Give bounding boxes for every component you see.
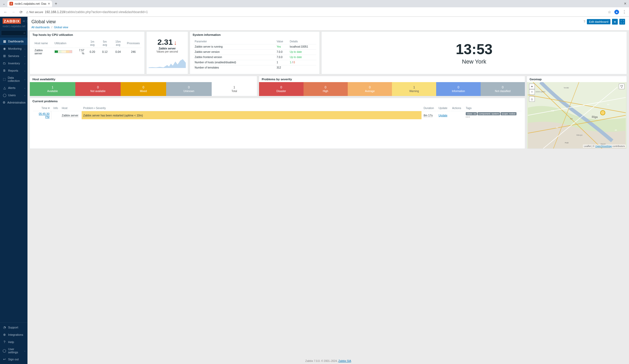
main-content: Global view ? Edit dashboard ≡ ⛶ All das…: [27, 17, 629, 364]
sidebar-search[interactable]: ⌕: [1, 30, 26, 36]
table-row: 05:45:30 PM Zabbix server Zabbix server …: [33, 111, 522, 119]
page-title: Global view: [31, 19, 56, 25]
more-icon[interactable]: •••: [466, 115, 470, 118]
severity-tile[interactable]: 0Average: [348, 82, 392, 96]
nav-icon: ◔: [3, 326, 6, 329]
zabbix-logo[interactable]: ZABBIX: [3, 18, 21, 24]
close-icon[interactable]: ×: [48, 2, 50, 6]
geomap-canvas[interactable]: Rīga dobes parks Vecāķi Mārupe Baloži A9…: [527, 82, 627, 149]
severity-tile[interactable]: 0Disaster: [259, 82, 303, 96]
new-tab-button[interactable]: +: [55, 1, 57, 6]
sidebar-item-integrations[interactable]: ⊕Integrations: [0, 331, 27, 338]
list-icon[interactable]: ≡: [612, 19, 618, 25]
zoom-out-button[interactable]: −: [529, 89, 535, 95]
chevron-down-icon: ⌄: [24, 87, 26, 89]
fullscreen-icon[interactable]: ⛶: [619, 19, 625, 25]
svg-text:A4: A4: [607, 104, 609, 105]
chevron-down-icon: ⌄: [24, 62, 26, 65]
severity-tile[interactable]: 0Information: [436, 82, 480, 96]
sidebar-item-administration[interactable]: ⚙Administration⌄: [0, 99, 27, 106]
svg-text:Rīga: Rīga: [592, 115, 598, 118]
severity-tile[interactable]: 0Not available: [75, 82, 121, 96]
severity-tile[interactable]: 1Total: [212, 82, 257, 96]
severity-tile[interactable]: 1Warning: [392, 82, 436, 96]
breadcrumb-current[interactable]: Global view: [54, 26, 68, 29]
sidebar-item-sign-out[interactable]: ↩Sign out: [0, 356, 27, 363]
sidebar-item-help[interactable]: ?Help: [0, 338, 27, 346]
nav-icon: ⬚: [3, 77, 6, 81]
severity-tile[interactable]: 1Available: [30, 82, 75, 96]
sidebar-item-data-collection[interactable]: ⬚Data collection⌄: [0, 74, 27, 84]
profile-icon[interactable]: ▲: [614, 10, 619, 14]
window-close-icon[interactable]: ×: [624, 1, 626, 6]
sidebar: ZABBIX ≪ ◫ node1.naijalabs.net ⌕ ▦Dashbo…: [0, 17, 27, 364]
bookmark-icon[interactable]: ☆: [608, 10, 611, 14]
nav-icon: ⚙: [3, 101, 5, 104]
svg-text:P132: P132: [565, 142, 569, 144]
browser-tab[interactable]: Z node1.naijalabs.net: Das ×: [7, 1, 52, 7]
dashboard-grid: Top hosts by CPU utilization Host nameUt…: [27, 31, 629, 358]
widget-current-problems: Current problems Time ▾InfoHostProblem •…: [30, 98, 525, 149]
widget-host-availability: Host availability 1Available0Not availab…: [30, 76, 257, 96]
sidebar-item-users[interactable]: ◯Users⌄: [0, 92, 27, 99]
sidebar-item-inventory[interactable]: 🗀Inventory⌄: [0, 60, 27, 67]
system-info-table: ParameterValueDetails Zabbix server is r…: [193, 39, 317, 69]
chevron-down-icon: ⌄: [24, 47, 26, 50]
filter-icon[interactable]: ▽: [619, 84, 625, 89]
page-header: Global view ? Edit dashboard ≡ ⛶ All das…: [27, 17, 629, 31]
tag[interactable]: component: system: [478, 112, 500, 115]
severity-tile[interactable]: 0Unknown: [166, 82, 212, 96]
search-input[interactable]: [1, 30, 26, 36]
sidebar-item-dashboards[interactable]: ▦Dashboards: [0, 38, 27, 45]
kebab-menu-icon[interactable]: ⋮: [622, 9, 626, 14]
help-icon[interactable]: ?: [583, 20, 585, 24]
url-display[interactable]: △ Not secure 192.168.1.219/zabbix/zabbix…: [26, 10, 606, 14]
tag[interactable]: class: os: [466, 112, 477, 115]
table-row: Zabbix server version7.0.0Up to date: [193, 49, 316, 54]
address-bar: ← → ⟳ △ Not secure 192.168.1.219/zabbix/…: [0, 7, 629, 17]
edit-dashboard-button[interactable]: Edit dashboard: [587, 19, 610, 24]
sidebar-nav: ▦Dashboards◉Monitoring⌄⊞Services⌄🗀Invent…: [0, 38, 27, 322]
footer: Zabbix 7.0.0. © 2001–2024, Zabbix SIA: [27, 358, 629, 364]
widget-system-info: System information ParameterValueDetails…: [190, 31, 320, 74]
nav-icon: ?: [3, 340, 6, 344]
dropdown-icon[interactable]: ⌄: [2, 1, 6, 6]
chevron-down-icon: ⌄: [24, 69, 26, 72]
widget-top-hosts: Top hosts by CPU utilization Host nameUt…: [30, 31, 145, 74]
severity-tile[interactable]: 0High: [304, 82, 348, 96]
collapse-icon[interactable]: ≪: [23, 20, 25, 22]
severity-tile[interactable]: 0Not classified: [481, 82, 525, 96]
table-row: Number of templates312: [193, 65, 316, 69]
sidebar-item-reports[interactable]: 🗎Reports⌄: [0, 67, 27, 74]
sidebar-item-user-settings[interactable]: ◯User settings⌄: [0, 346, 27, 356]
breadcrumb-all[interactable]: All dashboards: [31, 26, 49, 29]
search-icon[interactable]: ⌕: [24, 31, 25, 34]
svg-text:Vecāķi: Vecāķi: [564, 87, 569, 89]
sidebar-item-monitoring[interactable]: ◉Monitoring⌄: [0, 45, 27, 52]
nav-icon: ⊞: [3, 54, 6, 58]
home-button[interactable]: ⌂: [529, 96, 535, 102]
sidebar-item-services[interactable]: ⊞Services⌄: [0, 52, 27, 60]
top-hosts-table: Host nameUtilization1m avg5m avg15m avgP…: [32, 39, 142, 56]
widget-clock: 13:53 New York: [321, 31, 627, 74]
breadcrumb: All dashboards / Global view: [31, 26, 625, 29]
sidebar-item-alerts[interactable]: △Alerts⌄: [0, 84, 27, 92]
sidebar-item-support[interactable]: ◔Support: [0, 324, 27, 331]
warning-icon: △: [26, 10, 28, 14]
nav-icon: ⊕: [3, 333, 6, 337]
update-link[interactable]: Update: [439, 114, 447, 117]
table-row: Number of hosts (enabled/disabled)11 / 0: [193, 60, 316, 65]
reload-icon[interactable]: ⟳: [18, 9, 24, 15]
widget-problems-severity: Problems by severity 0Disaster0High0Aver…: [259, 76, 525, 96]
current-problems-table: Time ▾InfoHostProblem • SeverityDuration…: [32, 105, 522, 120]
svg-text:dobes parks: dobes parks: [536, 91, 546, 93]
forward-icon[interactable]: →: [10, 9, 16, 15]
tab-title: node1.naijalabs.net: Das: [15, 2, 46, 5]
tag[interactable]: scope: notice: [501, 112, 516, 115]
zoom-in-button[interactable]: +: [529, 84, 535, 89]
back-icon[interactable]: ←: [3, 9, 8, 15]
severity-tile[interactable]: 0Mixed: [121, 82, 166, 96]
sparkline-chart: [149, 56, 186, 68]
chevron-down-icon: ⌄: [24, 55, 26, 57]
nav-icon: ◯: [3, 349, 6, 352]
